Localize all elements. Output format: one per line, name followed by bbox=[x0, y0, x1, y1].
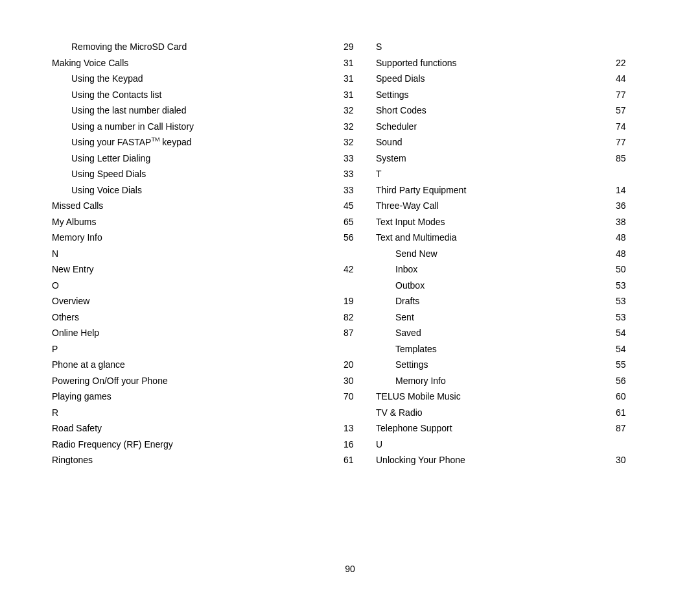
toc-page: 38 bbox=[609, 214, 648, 230]
toc-label: TV & Radio bbox=[376, 405, 609, 421]
toc-entry: Using Voice Dials33 bbox=[52, 182, 376, 198]
toc-entry: Using the Keypad31 bbox=[52, 71, 376, 87]
toc-page: 14 bbox=[609, 182, 648, 198]
toc-label: Radio Frequency (RF) Energy bbox=[52, 437, 337, 453]
toc-page: 44 bbox=[609, 71, 648, 87]
toc-page: 65 bbox=[337, 214, 376, 230]
toc-page: 74 bbox=[609, 119, 648, 135]
toc-entry: Telephone Support87 bbox=[376, 420, 648, 437]
toc-page: 32 bbox=[337, 119, 376, 135]
toc-label: Text Input Modes bbox=[376, 214, 609, 230]
toc-page: 33 bbox=[337, 182, 376, 198]
toc-page: 31 bbox=[337, 71, 376, 87]
toc-entry: Using the Contacts list31 bbox=[52, 87, 376, 103]
toc-page: 42 bbox=[337, 261, 376, 278]
toc-entry: Scheduler74 bbox=[376, 119, 648, 135]
toc-entry: Powering On/Off your Phone30 bbox=[52, 373, 376, 389]
toc-page: 30 bbox=[609, 452, 648, 468]
toc-label: Using Voice Dials bbox=[71, 182, 337, 198]
toc-page: 54 bbox=[609, 325, 648, 341]
toc-page: 33 bbox=[337, 150, 376, 167]
toc-entry: Drafts53 bbox=[376, 293, 648, 309]
toc-entry: Settings55 bbox=[376, 357, 648, 373]
toc-label: Third Party Equipment bbox=[376, 182, 609, 198]
toc-entry: Using the last number dialed32 bbox=[52, 102, 376, 119]
toc-label: Telephone Support bbox=[376, 420, 609, 437]
toc-entry: Using a number in Call History32 bbox=[52, 119, 376, 135]
toc-entry: Others82 bbox=[52, 309, 376, 326]
toc-page: 13 bbox=[337, 420, 376, 437]
toc-entry: Removing the MicroSD Card29 bbox=[52, 39, 376, 55]
toc-label: Road Safety bbox=[52, 420, 337, 437]
toc-entry: Using Speed Dials33 bbox=[52, 166, 376, 182]
right-column: SSupported functions22Speed Dials44Setti… bbox=[376, 39, 648, 551]
toc-label: TELUS Mobile Music bbox=[376, 389, 609, 405]
page-footer: 90 bbox=[52, 564, 648, 574]
toc-entry: Unlocking Your Phone30 bbox=[376, 452, 648, 468]
toc-entry: Text and Multimedia48 bbox=[376, 230, 648, 246]
toc-page: 30 bbox=[337, 373, 376, 389]
toc-entry: Speed Dials44 bbox=[376, 71, 648, 87]
toc-page: 53 bbox=[609, 309, 648, 326]
toc-label: Settings bbox=[376, 87, 609, 103]
toc-label: Outbox bbox=[395, 278, 609, 294]
toc-entry: Short Codes57 bbox=[376, 102, 648, 119]
toc-page: 56 bbox=[337, 230, 376, 246]
page-container: Removing the MicroSD Card29Making Voice … bbox=[0, 0, 700, 600]
toc-page: 48 bbox=[609, 246, 648, 262]
toc-label: Send New bbox=[395, 246, 609, 262]
toc-entry: P bbox=[52, 341, 376, 357]
toc-page: 61 bbox=[609, 405, 648, 421]
toc-entry: Missed Calls45 bbox=[52, 198, 376, 214]
content-area: Removing the MicroSD Card29Making Voice … bbox=[52, 39, 648, 551]
toc-page: 31 bbox=[337, 55, 376, 71]
toc-page: 33 bbox=[337, 166, 376, 182]
toc-label: Removing the MicroSD Card bbox=[71, 39, 337, 55]
toc-label: Memory Info bbox=[52, 230, 337, 246]
toc-entry: Using your FASTAPTM keypad32 bbox=[52, 134, 376, 150]
toc-entry: S bbox=[376, 39, 648, 55]
toc-label: Online Help bbox=[52, 325, 337, 341]
toc-page: 29 bbox=[337, 39, 376, 55]
toc-entry: Saved54 bbox=[376, 325, 648, 341]
toc-entry: Text Input Modes38 bbox=[376, 214, 648, 230]
toc-page: 32 bbox=[337, 102, 376, 119]
toc-label: Drafts bbox=[395, 293, 609, 309]
toc-page: 60 bbox=[609, 389, 648, 405]
toc-label: Saved bbox=[395, 325, 609, 341]
toc-entry: N bbox=[52, 246, 376, 262]
toc-page: 50 bbox=[609, 261, 648, 278]
toc-label: System bbox=[376, 150, 609, 167]
toc-label: Speed Dials bbox=[376, 71, 609, 87]
toc-entry: Settings77 bbox=[376, 87, 648, 103]
toc-entry: Third Party Equipment14 bbox=[376, 182, 648, 198]
toc-entry: Using Letter Dialing33 bbox=[52, 150, 376, 167]
toc-label: Missed Calls bbox=[52, 198, 337, 214]
toc-page: 31 bbox=[337, 87, 376, 103]
toc-entry: Three-Way Call36 bbox=[376, 198, 648, 214]
toc-page: 77 bbox=[609, 87, 648, 103]
toc-page: 53 bbox=[609, 278, 648, 294]
toc-label: Others bbox=[52, 309, 337, 326]
toc-page: 22 bbox=[609, 55, 648, 71]
toc-entry: Send New48 bbox=[376, 246, 648, 262]
toc-label: Inbox bbox=[395, 261, 609, 278]
toc-page: 56 bbox=[609, 373, 648, 389]
toc-label: Unlocking Your Phone bbox=[376, 452, 609, 468]
toc-entry: TELUS Mobile Music60 bbox=[376, 389, 648, 405]
toc-label: Using your FASTAPTM keypad bbox=[71, 134, 337, 150]
toc-label: My Albums bbox=[52, 214, 337, 230]
toc-entry: Phone at a glance20 bbox=[52, 357, 376, 373]
toc-entry: Outbox53 bbox=[376, 278, 648, 294]
toc-page: 20 bbox=[337, 357, 376, 373]
toc-label: Playing games bbox=[52, 389, 337, 405]
toc-page: 55 bbox=[609, 357, 648, 373]
toc-entry: Supported functions22 bbox=[376, 55, 648, 71]
toc-label: Short Codes bbox=[376, 102, 609, 119]
toc-page: 70 bbox=[337, 389, 376, 405]
toc-entry: Memory Info56 bbox=[52, 230, 376, 246]
toc-page: 16 bbox=[337, 437, 376, 453]
toc-entry: Making Voice Calls31 bbox=[52, 55, 376, 71]
toc-entry: Ringtones61 bbox=[52, 452, 376, 468]
toc-label: Using the last number dialed bbox=[71, 102, 337, 119]
